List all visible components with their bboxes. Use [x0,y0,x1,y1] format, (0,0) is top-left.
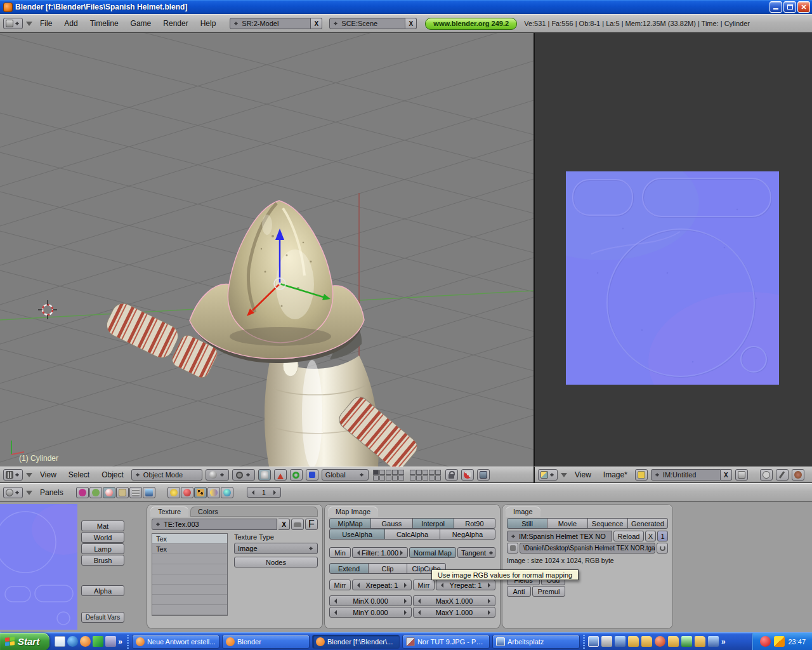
layer-toggle[interactable] [379,475,385,481]
layer-toggle[interactable] [416,475,422,481]
maxy-field[interactable]: MaxY 1.000 [413,607,495,618]
maxx-field[interactable]: MaxX 1.000 [413,595,495,606]
task-button-browser[interactable]: Neue Antwort erstell... [132,635,219,649]
preview-mat-button[interactable]: Mat [81,521,124,531]
layer-toggle[interactable] [416,470,422,475]
rotate-manipulator-button[interactable] [290,469,303,481]
blender-version-button[interactable]: www.blender.org 249.2 [425,18,517,30]
tray-download-manager-icon[interactable] [760,636,771,647]
texture-datablock-selector[interactable]: TE:Tex.003 [152,519,277,530]
lamp-buttons-button[interactable] [167,487,180,498]
shading-buttons-button[interactable] [103,487,115,498]
manipulator-toggle[interactable] [258,469,271,481]
render-preview-button[interactable] [477,469,490,481]
minx-field[interactable]: MinX 0.000 [329,595,412,606]
desktop-toolbar-folder-icon[interactable] [695,636,705,647]
desktop-toolbar-user-icon[interactable] [588,636,599,647]
world-buttons-button[interactable] [221,487,233,498]
object-buttons-button[interactable] [116,487,129,498]
texture-channel[interactable]: Tex [152,544,227,554]
quick-launch-media-icon[interactable] [93,636,103,647]
buttons-type-selector[interactable] [3,487,23,498]
mirror-y-toggle[interactable]: Mirr [413,580,435,590]
miny-field[interactable]: MinY 0.000 [329,607,412,618]
texture-channel-empty[interactable] [152,585,227,595]
premul-toggle[interactable]: Premul [532,586,565,597]
layer-toggle[interactable] [435,470,441,475]
mode-dropdown[interactable]: Object Mode [131,469,202,481]
desktop-toolbar-folder-icon[interactable] [668,636,679,647]
layer-toggle[interactable] [429,475,435,481]
layer-toggle[interactable] [410,470,416,475]
screen-delete-button[interactable]: X [311,18,322,29]
tab-map-image[interactable]: Map Image [328,507,378,517]
layer-toggle[interactable] [429,470,435,475]
toolbar-overflow-icon[interactable]: » [721,637,726,646]
desktop-toolbar-printer-icon[interactable] [601,636,612,647]
logic-buttons-button[interactable] [76,487,89,498]
image-datablock-field[interactable]: IM:Spanish Helmet TEX NO [507,531,612,541]
nodes-button[interactable]: Nodes [234,557,318,567]
scene-delete-button[interactable]: X [405,18,417,29]
texture-channel-empty[interactable] [152,595,227,605]
texture-type-dropdown[interactable]: Image [234,543,318,554]
material-buttons-button[interactable] [181,487,193,498]
pencil-button[interactable] [776,469,789,481]
normal-space-dropdown[interactable]: Tangent [457,547,495,558]
source-sequence-button[interactable]: Sequence [587,518,628,529]
menu-object[interactable]: Object [97,470,128,480]
3d-viewport[interactable]: (1) Cylinder [0,33,534,467]
layer-toggle[interactable] [373,470,379,475]
default-vars-button[interactable]: Default Vars [81,612,124,623]
pivot-dropdown[interactable] [232,469,255,481]
quick-launch-mail-icon[interactable] [105,636,116,647]
yrepeat-field[interactable]: Yrepeat: 1 [436,580,495,590]
radiosity-buttons-button[interactable] [207,487,220,498]
desktop-toolbar-network-icon[interactable] [615,636,625,647]
task-button-blender-1[interactable]: Blender [222,635,310,649]
close-button[interactable]: ✕ [797,1,810,13]
pin-button[interactable] [760,469,773,481]
extend-toggle[interactable]: Extend [329,563,369,574]
layer-toggle[interactable] [392,475,398,481]
script-buttons-button[interactable] [89,487,102,498]
snap-menu-button[interactable] [461,469,474,481]
layer-toggle[interactable] [386,470,391,475]
menu-render[interactable]: Render [159,18,192,29]
scene-selector[interactable]: SCE:Scene [329,18,405,29]
scene-buttons-button[interactable] [143,487,155,498]
preview-alpha-button[interactable]: Alpha [81,585,124,596]
filter-size-field[interactable]: Filter: 1.000 [352,547,408,558]
texture-channel-empty[interactable] [152,574,227,585]
texture-channel-selected[interactable]: Tex [152,534,227,544]
texture-unlink-button[interactable]: X [278,519,290,530]
menu-view[interactable]: View [570,470,596,480]
desktop-toolbar-computer-icon[interactable] [708,636,719,647]
file-browse-button[interactable] [507,543,518,554]
texture-channel-empty[interactable] [152,554,227,564]
quick-launch-firefox-icon[interactable] [80,636,91,647]
normal-map-image[interactable] [566,171,779,385]
tab-texture[interactable]: Texture [150,507,188,517]
layer-toggle[interactable] [435,475,441,481]
buttons-page-field[interactable]: 1 [247,487,281,498]
desktop-toolbar-app-icon[interactable] [655,636,665,647]
menu-image[interactable]: Image* [599,470,632,480]
preview-lamp-button[interactable]: Lamp [81,543,124,554]
image-path-field[interactable]: \Daniel\Desktop\Spanish Helmet TEX NOR.t… [520,543,655,554]
gauss-toggle[interactable]: Gauss [370,518,412,529]
restore-button[interactable] [783,1,796,13]
image-editor-type-selector[interactable] [538,469,558,481]
source-still-button[interactable]: Still [507,518,547,529]
texture-channel-empty[interactable] [152,564,227,574]
layer-toggle[interactable] [422,475,428,481]
start-button[interactable]: Start [0,633,49,650]
collapse-menu-icon[interactable] [26,22,32,29]
usealpha-toggle[interactable]: UseAlpha [329,529,385,540]
texture-channel-empty[interactable] [152,605,227,615]
window-type-selector[interactable] [3,18,23,29]
rot90-toggle[interactable]: Rot90 [454,518,495,529]
quick-launch-document-icon[interactable] [55,636,65,647]
source-movie-button[interactable]: Movie [547,518,587,529]
layer-toggle[interactable] [410,475,416,481]
